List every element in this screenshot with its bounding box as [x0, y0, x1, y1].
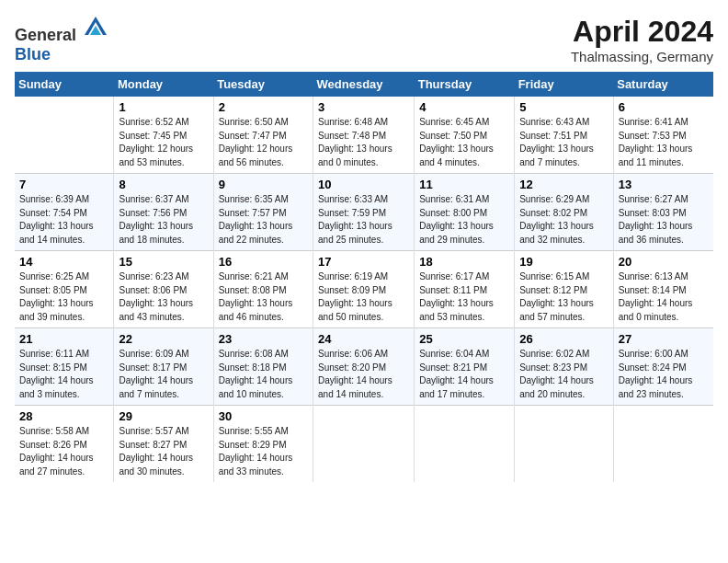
day-cell: 7Sunrise: 6:39 AMSunset: 7:54 PMDaylight… [15, 174, 114, 251]
day-info: Sunrise: 5:57 AMSunset: 8:27 PMDaylight:… [119, 425, 208, 478]
day-info: Sunrise: 6:33 AMSunset: 7:59 PMDaylight:… [318, 193, 409, 247]
day-cell: 4Sunrise: 6:45 AMSunset: 7:50 PMDaylight… [415, 97, 515, 174]
day-number: 23 [219, 332, 308, 346]
day-info: Sunrise: 6:39 AMSunset: 7:54 PMDaylight:… [19, 193, 108, 247]
day-cell: 17Sunrise: 6:19 AMSunset: 8:09 PMDayligh… [313, 251, 415, 328]
day-number: 17 [318, 255, 409, 269]
day-info: Sunrise: 6:29 AMSunset: 8:02 PMDaylight:… [519, 193, 609, 247]
day-number: 12 [519, 178, 609, 191]
day-info: Sunrise: 6:08 AMSunset: 8:18 PMDaylight:… [219, 348, 308, 401]
day-number: 5 [519, 100, 609, 114]
day-cell: 5Sunrise: 6:43 AMSunset: 7:51 PMDaylight… [515, 97, 614, 174]
day-number: 18 [419, 255, 509, 269]
day-info: Sunrise: 6:00 AMSunset: 8:24 PMDaylight:… [619, 348, 709, 401]
day-info: Sunrise: 6:23 AMSunset: 8:06 PMDaylight:… [119, 270, 208, 324]
day-info: Sunrise: 6:41 AMSunset: 7:53 PMDaylight:… [619, 116, 709, 169]
day-number: 22 [119, 332, 208, 346]
day-number: 4 [419, 100, 509, 114]
col-header-friday: Friday [515, 72, 614, 97]
day-info: Sunrise: 6:02 AMSunset: 8:23 PMDaylight:… [519, 348, 609, 401]
header-row: SundayMondayTuesdayWednesdayThursdayFrid… [15, 72, 713, 97]
day-number: 26 [519, 332, 609, 346]
day-number: 21 [19, 332, 108, 346]
day-cell [15, 97, 114, 174]
day-cell [613, 406, 713, 483]
week-row-2: 7Sunrise: 6:39 AMSunset: 7:54 PMDaylight… [15, 174, 713, 251]
day-info: Sunrise: 6:27 AMSunset: 8:03 PMDaylight:… [619, 193, 709, 247]
logo-icon [83, 15, 108, 40]
day-info: Sunrise: 6:11 AMSunset: 8:15 PMDaylight:… [19, 348, 108, 401]
logo-general: General [15, 26, 76, 44]
day-cell: 14Sunrise: 6:25 AMSunset: 8:05 PMDayligh… [15, 251, 114, 328]
day-info: Sunrise: 6:50 AMSunset: 7:47 PMDaylight:… [219, 116, 308, 169]
day-number: 1 [119, 100, 208, 114]
day-info: Sunrise: 6:09 AMSunset: 8:17 PMDaylight:… [119, 348, 208, 401]
day-number: 28 [19, 409, 108, 423]
day-cell: 9Sunrise: 6:35 AMSunset: 7:57 PMDaylight… [213, 174, 313, 251]
day-info: Sunrise: 6:25 AMSunset: 8:05 PMDaylight:… [19, 270, 108, 324]
day-number: 14 [19, 255, 108, 269]
day-info: Sunrise: 6:06 AMSunset: 8:20 PMDaylight:… [318, 348, 409, 401]
day-info: Sunrise: 5:55 AMSunset: 8:29 PMDaylight:… [219, 425, 308, 478]
day-cell: 29Sunrise: 5:57 AMSunset: 8:27 PMDayligh… [114, 406, 213, 483]
day-number: 8 [119, 178, 208, 191]
day-cell: 16Sunrise: 6:21 AMSunset: 8:08 PMDayligh… [213, 251, 313, 328]
col-header-saturday: Saturday [613, 72, 713, 97]
day-number: 16 [219, 255, 308, 269]
day-cell [313, 406, 415, 483]
day-number: 29 [119, 409, 208, 423]
day-cell: 3Sunrise: 6:48 AMSunset: 7:48 PMDaylight… [313, 97, 415, 174]
page-header: General Blue April 2024 Thalmassing, Ger… [15, 15, 713, 64]
day-cell: 8Sunrise: 6:37 AMSunset: 7:56 PMDaylight… [114, 174, 213, 251]
day-info: Sunrise: 6:35 AMSunset: 7:57 PMDaylight:… [219, 193, 308, 247]
day-info: Sunrise: 6:48 AMSunset: 7:48 PMDaylight:… [318, 116, 409, 169]
day-info: Sunrise: 6:04 AMSunset: 8:21 PMDaylight:… [419, 348, 509, 401]
day-cell: 27Sunrise: 6:00 AMSunset: 8:24 PMDayligh… [613, 328, 713, 406]
day-cell: 6Sunrise: 6:41 AMSunset: 7:53 PMDaylight… [613, 97, 713, 174]
day-cell: 24Sunrise: 6:06 AMSunset: 8:20 PMDayligh… [313, 328, 415, 406]
day-number: 24 [318, 332, 409, 346]
day-number: 11 [419, 178, 509, 191]
day-cell: 21Sunrise: 6:11 AMSunset: 8:15 PMDayligh… [15, 328, 114, 406]
day-cell: 25Sunrise: 6:04 AMSunset: 8:21 PMDayligh… [415, 328, 515, 406]
day-number: 2 [219, 100, 308, 114]
day-cell: 22Sunrise: 6:09 AMSunset: 8:17 PMDayligh… [114, 328, 213, 406]
day-info: Sunrise: 6:17 AMSunset: 8:11 PMDaylight:… [419, 270, 509, 324]
day-info: Sunrise: 6:31 AMSunset: 8:00 PMDaylight:… [419, 193, 509, 247]
day-cell: 12Sunrise: 6:29 AMSunset: 8:02 PMDayligh… [515, 174, 614, 251]
day-info: Sunrise: 6:21 AMSunset: 8:08 PMDaylight:… [219, 270, 308, 324]
day-number: 25 [419, 332, 509, 346]
logo: General Blue [15, 15, 108, 64]
logo-text: General Blue [15, 15, 108, 64]
col-header-sunday: Sunday [15, 72, 114, 97]
day-cell: 20Sunrise: 6:13 AMSunset: 8:14 PMDayligh… [613, 251, 713, 328]
day-cell [415, 406, 515, 483]
month-title: April 2024 [571, 15, 713, 49]
logo-blue: Blue [15, 45, 51, 63]
day-number: 3 [318, 100, 409, 114]
col-header-monday: Monday [114, 72, 213, 97]
day-number: 15 [119, 255, 208, 269]
day-cell: 13Sunrise: 6:27 AMSunset: 8:03 PMDayligh… [613, 174, 713, 251]
col-header-thursday: Thursday [415, 72, 515, 97]
day-info: Sunrise: 6:15 AMSunset: 8:12 PMDaylight:… [519, 270, 609, 324]
day-number: 6 [619, 100, 709, 114]
day-cell: 11Sunrise: 6:31 AMSunset: 8:00 PMDayligh… [415, 174, 515, 251]
day-cell [515, 406, 614, 483]
day-cell: 28Sunrise: 5:58 AMSunset: 8:26 PMDayligh… [15, 406, 114, 483]
day-info: Sunrise: 6:52 AMSunset: 7:45 PMDaylight:… [119, 116, 208, 169]
day-number: 7 [19, 178, 108, 191]
day-cell: 26Sunrise: 6:02 AMSunset: 8:23 PMDayligh… [515, 328, 614, 406]
day-info: Sunrise: 6:19 AMSunset: 8:09 PMDaylight:… [318, 270, 409, 324]
day-cell: 10Sunrise: 6:33 AMSunset: 7:59 PMDayligh… [313, 174, 415, 251]
day-cell: 23Sunrise: 6:08 AMSunset: 8:18 PMDayligh… [213, 328, 313, 406]
day-cell: 30Sunrise: 5:55 AMSunset: 8:29 PMDayligh… [213, 406, 313, 483]
col-header-wednesday: Wednesday [313, 72, 415, 97]
day-number: 30 [219, 409, 308, 423]
week-row-1: 1Sunrise: 6:52 AMSunset: 7:45 PMDaylight… [15, 97, 713, 174]
day-cell: 15Sunrise: 6:23 AMSunset: 8:06 PMDayligh… [114, 251, 213, 328]
day-cell: 2Sunrise: 6:50 AMSunset: 7:47 PMDaylight… [213, 97, 313, 174]
week-row-5: 28Sunrise: 5:58 AMSunset: 8:26 PMDayligh… [15, 406, 713, 483]
week-row-4: 21Sunrise: 6:11 AMSunset: 8:15 PMDayligh… [15, 328, 713, 406]
calendar-table: SundayMondayTuesdayWednesdayThursdayFrid… [15, 72, 713, 482]
